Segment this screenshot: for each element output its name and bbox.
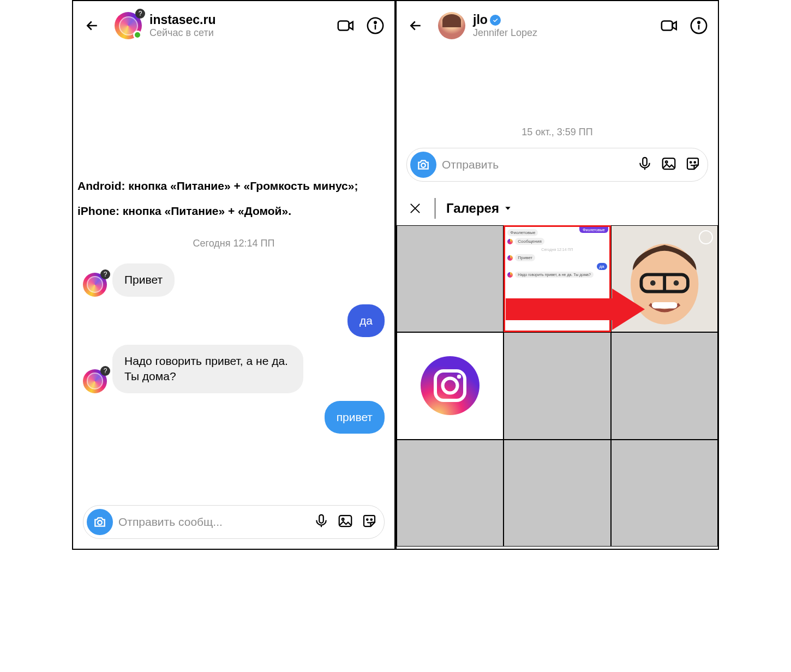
svg-point-7 — [367, 519, 368, 520]
username-label: jlo — [473, 13, 488, 27]
svg-rect-4 — [319, 515, 323, 523]
gallery-item[interactable] — [397, 225, 504, 332]
gallery-title-label: Галерея — [446, 201, 499, 216]
chat-status: Сейчас в сети — [149, 27, 333, 39]
svg-point-22 — [650, 280, 656, 286]
message-composer — [83, 505, 385, 539]
chat-header: ? instasec.ru Сейчас в сети — [73, 1, 394, 50]
video-call-button[interactable] — [657, 13, 682, 38]
svg-rect-14 — [663, 158, 675, 169]
sender-avatar[interactable]: ? — [83, 273, 107, 297]
svg-point-12 — [421, 163, 426, 167]
mic-icon[interactable] — [313, 513, 329, 531]
message-row: ? Привет — [83, 263, 385, 296]
svg-point-6 — [342, 518, 344, 520]
message-composer — [406, 148, 708, 182]
chevron-down-icon — [504, 204, 512, 213]
gallery-item[interactable] — [397, 332, 504, 439]
svg-rect-5 — [339, 515, 352, 526]
gallery-item[interactable] — [611, 440, 718, 547]
sticker-icon[interactable] — [685, 155, 701, 174]
chat-subtitle: Jennifer Lopez — [473, 27, 657, 39]
message-row: ? Надо говорить привет, а не да. Ты дома… — [83, 345, 385, 393]
gallery-dropdown[interactable]: Галерея — [446, 201, 512, 216]
gallery-grid: Фиолетовые Фиолетовые Сообщения Сегодня … — [397, 225, 718, 547]
info-button[interactable] — [363, 13, 388, 38]
info-button[interactable] — [686, 13, 711, 38]
svg-point-16 — [690, 161, 692, 163]
image-icon[interactable] — [661, 155, 677, 174]
gallery-item[interactable] — [504, 440, 610, 547]
gallery-item[interactable] — [611, 332, 718, 439]
contact-avatar[interactable] — [438, 12, 465, 39]
chat-header: jlo Jennifer Lopez — [397, 1, 718, 50]
camera-button[interactable] — [410, 152, 436, 178]
chat-pane-left: ? instasec.ru Сейчас в сети Android: кно… — [73, 1, 394, 549]
svg-rect-24 — [652, 302, 678, 309]
message-bubble[interactable]: Надо говорить привет, а не да. Ты дома? — [112, 345, 303, 393]
svg-point-3 — [98, 520, 102, 525]
video-call-button[interactable] — [333, 13, 358, 38]
sticker-icon[interactable] — [361, 513, 377, 531]
sender-avatar[interactable]: ? — [83, 369, 107, 393]
mic-icon[interactable] — [637, 155, 653, 174]
svg-point-35 — [457, 375, 462, 379]
svg-point-17 — [694, 161, 696, 163]
message-bubble[interactable]: Привет — [112, 263, 175, 296]
chat-timestamp: 15 окт., 3:59 ПП — [397, 127, 718, 138]
svg-point-23 — [673, 280, 679, 286]
svg-rect-9 — [662, 21, 673, 31]
svg-rect-13 — [643, 158, 647, 166]
callout-arrow-icon — [506, 293, 648, 326]
back-button[interactable] — [80, 13, 105, 38]
close-button[interactable] — [406, 200, 424, 217]
svg-point-15 — [666, 161, 668, 163]
online-indicator-icon — [133, 31, 142, 39]
svg-point-11 — [698, 22, 699, 23]
message-bubble[interactable]: привет — [325, 401, 385, 434]
svg-rect-0 — [338, 21, 349, 31]
contact-avatar[interactable]: ? — [115, 12, 142, 39]
message-list: ? Привет да ? Надо говорить привет, а не… — [73, 256, 394, 441]
chat-pane-right: jlo Jennifer Lopez 15 окт., 3:59 ПП — [394, 1, 718, 549]
chat-title[interactable]: instasec.ru — [149, 13, 333, 27]
gallery-item[interactable] — [397, 440, 504, 547]
chat-timestamp: Сегодня 12:14 ПП — [73, 238, 394, 249]
gallery-header: Галерея — [397, 191, 718, 225]
message-bubble[interactable]: да — [347, 304, 385, 337]
back-button[interactable] — [403, 13, 428, 38]
verified-badge-icon — [490, 15, 501, 26]
caption-line-2: iPhone: кнопка «Питание» + «Домой». — [77, 199, 390, 224]
separator — [435, 198, 435, 219]
caption-line-1: Android: кнопка «Питание» + «Громкость м… — [77, 173, 390, 199]
chat-title[interactable]: jlo — [473, 13, 657, 27]
message-input[interactable] — [442, 158, 631, 171]
svg-point-8 — [371, 519, 373, 520]
message-input[interactable] — [118, 515, 308, 529]
select-indicator-icon — [699, 230, 713, 244]
instruction-text: Android: кнопка «Питание» + «Громкость м… — [73, 165, 394, 224]
camera-button[interactable] — [87, 509, 113, 535]
gallery-item[interactable] — [504, 332, 610, 439]
image-icon[interactable] — [337, 513, 353, 531]
message-row: да — [83, 304, 385, 337]
svg-point-2 — [374, 22, 376, 23]
message-row: привет — [83, 401, 385, 434]
